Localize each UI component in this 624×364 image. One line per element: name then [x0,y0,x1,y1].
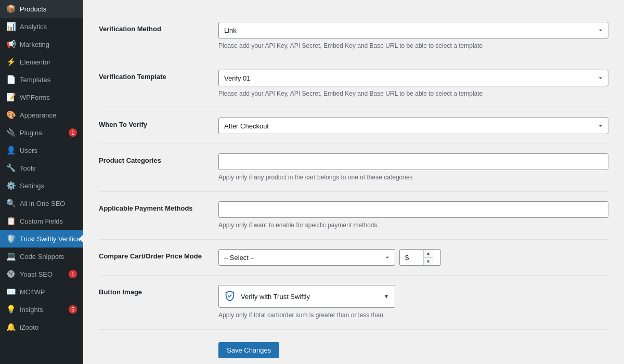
sidebar-label-elementor: Elementor [20,58,77,66]
verification-method-row: Verification Method Link Embed Redirect … [99,12,608,60]
settings-icon: ⚙️ [6,181,16,190]
sidebar-item-appearance[interactable]: 🎨Appearance [0,106,83,124]
product-categories-row: Product Categories Apply only if any pro… [99,144,608,192]
sidebar-item-insights[interactable]: 💡Insights5 [0,301,83,318]
badge-insights: 5 [69,305,77,314]
sidebar-label-izooto: iZooto [20,323,77,331]
button-image-dropdown[interactable]: Verify with Trust Swiftly ▼ [218,285,395,308]
sidebar-label-settings: Settings [20,182,77,190]
sidebar-label-mc4wp: MC4WP [20,288,77,296]
compare-cart-label: Compare Cart/Order Price Mode [99,249,218,260]
sidebar-label-plugins: Plugins [20,129,64,137]
verification-template-control: Verify 01 Verify 02 Verify 03 Please add… [218,70,608,98]
all-in-one-seo-icon: 🔍 [6,199,16,208]
verification-method-select[interactable]: Link Embed Redirect [218,22,608,38]
compare-cart-inline: – Select – Greater than Less than Equal … [218,249,608,266]
analytics-icon: 📊 [6,22,16,31]
sidebar-item-elementor[interactable]: ⚡Elementor [0,53,83,71]
mc4wp-icon: ✉️ [6,287,16,296]
sidebar-label-analytics: Analytics [20,23,77,31]
sidebar-item-wpforms[interactable]: 📝WPForms [0,88,83,106]
sidebar-item-settings[interactable]: ⚙️Settings [0,177,83,194]
currency-spinners: ▲ ▼ [423,250,433,265]
button-image-chevron-icon: ▼ [383,293,389,300]
sidebar-label-code-snippets: Code Snippets [20,253,77,261]
currency-spin-up[interactable]: ▲ [424,250,433,257]
sidebar-item-yoast-seo[interactable]: 🅨Yoast SEO1 [0,265,83,283]
sidebar-item-templates[interactable]: 📄Templates [0,71,83,88]
verification-method-hint: Please add your API Key, API Secret, Emb… [218,41,608,50]
when-to-verify-row: When To Verify After Checkout Before Che… [99,108,608,144]
sidebar-item-tools[interactable]: 🔧Tools [0,159,83,177]
verification-template-row: Verification Template Verify 01 Verify 0… [99,60,608,108]
trust-swiftly-icon: 🛡️ [6,234,16,243]
save-button[interactable]: Save Changes [218,342,279,358]
badge-plugins: 1 [69,128,77,137]
sidebar-label-products: Products [20,5,77,13]
sidebar-item-marketing[interactable]: 📢Marketing [0,35,83,53]
sidebar-item-custom-fields[interactable]: 📋Custom Fields [0,212,83,230]
product-categories-control: Apply only if any product in the cart be… [218,153,608,182]
verification-method-control: Link Embed Redirect Please add your API … [218,22,608,50]
currency-input-wrapper: ▲ ▼ [399,249,441,266]
currency-spin-down[interactable]: ▼ [424,257,433,266]
button-image-hint: Apply only if total cart/order sum is gr… [218,310,608,320]
appearance-icon: 🎨 [6,110,16,120]
wpforms-icon: 📝 [6,93,16,102]
custom-fields-icon: 📋 [6,216,16,226]
sidebar-label-tools: Tools [20,164,77,172]
sidebar-label-wpforms: WPForms [20,94,77,101]
sidebar-item-mc4wp[interactable]: ✉️MC4WP [0,283,83,301]
sidebar-item-users[interactable]: 👤Users [0,141,83,159]
sidebar-item-trust-swiftly[interactable]: 🛡️Trust Swiftly Verification [0,230,83,248]
when-to-verify-select[interactable]: After Checkout Before Checkout On Login [218,118,608,134]
payment-methods-control: Apply only if want to enable for specifi… [218,201,608,230]
when-to-verify-label: When To Verify [99,118,218,128]
marketing-icon: 📢 [6,40,16,49]
currency-value-input[interactable] [400,249,423,266]
product-categories-input[interactable] [218,153,608,170]
sidebar-label-appearance: Appearance [20,111,77,119]
code-snippets-icon: 💻 [6,252,16,261]
elementor-icon: ⚡ [6,57,16,67]
compare-cart-control: – Select – Greater than Less than Equal … [218,249,608,266]
when-to-verify-control: After Checkout Before Checkout On Login [218,118,608,134]
sidebar-item-analytics[interactable]: 📊Analytics [0,18,83,35]
izooto-icon: 🔔 [6,322,16,332]
save-row: Save Changes [99,330,608,362]
payment-methods-label: Applicable Payment Methods [99,201,218,212]
payment-methods-input[interactable] [218,201,608,218]
product-categories-hint: Apply only if any product in the cart be… [218,173,608,182]
form-section: Verification Method Link Embed Redirect … [99,12,608,362]
sidebar-item-code-snippets[interactable]: 💻Code Snippets [0,248,83,265]
verification-template-label: Verification Template [99,70,218,81]
sidebar-label-all-in-one-seo: All in One SEO [20,200,77,207]
yoast-seo-icon: 🅨 [6,269,16,279]
sidebar-item-products[interactable]: 📦Products [0,0,83,18]
sidebar-label-users: Users [20,147,77,154]
button-image-row: Button Image Verify with Trust Swiftly ▼… [99,276,608,330]
button-image-label: Button Image [99,285,218,296]
compare-cart-select[interactable]: – Select – Greater than Less than Equal … [218,249,395,266]
sidebar-item-all-in-one-seo[interactable]: 🔍All in One SEO [0,194,83,212]
sidebar-label-yoast-seo: Yoast SEO [20,270,64,278]
badge-yoast-seo: 1 [69,270,77,278]
product-categories-label: Product Categories [99,153,218,164]
payment-methods-hint: Apply only if want to enable for specifi… [218,220,608,230]
insights-icon: 💡 [6,305,16,314]
sidebar: 📦Products📊Analytics📢Marketing⚡Elementor📄… [0,0,83,364]
verification-template-select[interactable]: Verify 01 Verify 02 Verify 03 [218,70,608,86]
sidebar-label-trust-swiftly: Trust Swiftly Verification [20,235,83,243]
compare-cart-row: Compare Cart/Order Price Mode – Select –… [99,240,608,276]
main-content: Verification Method Link Embed Redirect … [83,0,624,364]
sidebar-label-insights: Insights [20,306,64,314]
users-icon: 👤 [6,146,16,155]
sidebar-label-marketing: Marketing [20,41,77,48]
sidebar-item-izooto[interactable]: 🔔iZooto [0,318,83,336]
sidebar-label-templates: Templates [20,76,77,84]
products-icon: 📦 [6,4,16,14]
sidebar-item-plugins[interactable]: 🔌Plugins1 [0,124,83,141]
sidebar-label-custom-fields: Custom Fields [20,217,77,225]
plugins-icon: 🔌 [6,128,16,137]
button-image-control: Verify with Trust Swiftly ▼ Apply only i… [218,285,608,320]
